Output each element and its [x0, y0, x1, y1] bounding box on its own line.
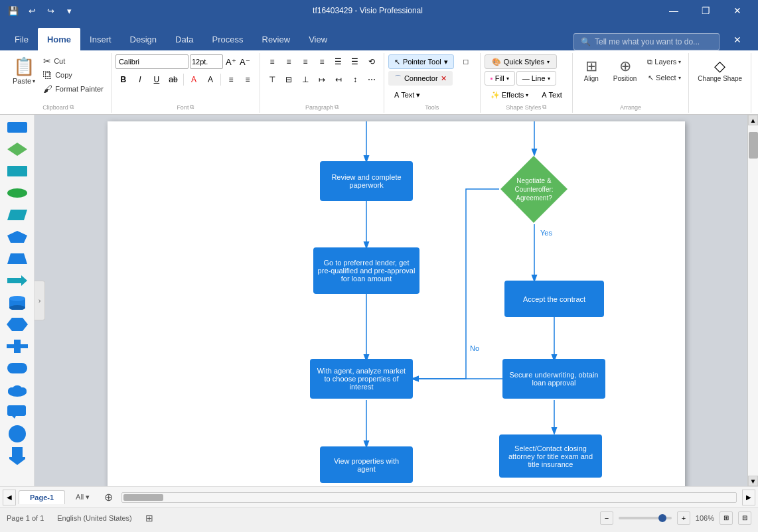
fit-width-button[interactable]: ⊟ — [738, 511, 751, 525]
close-button[interactable]: ✕ — [722, 0, 753, 21]
tab-home[interactable]: Home — [38, 28, 80, 50]
font-size-input[interactable] — [190, 54, 223, 69]
zoom-slider[interactable] — [619, 517, 672, 519]
numbering-button[interactable]: ☰ — [347, 54, 363, 69]
align-right-button[interactable]: ≡ — [297, 54, 313, 69]
clipboard-expand-icon[interactable]: ⧉ — [70, 103, 74, 111]
fill-button[interactable]: ▪ Fill ▾ — [485, 71, 515, 86]
shape-item-rounded-rect[interactable] — [4, 358, 31, 378]
change-shape-button[interactable]: ◇ Change Shape — [693, 54, 747, 86]
tab-insert[interactable]: Insert — [80, 28, 121, 50]
page-tab-1[interactable]: Page-1 — [19, 490, 65, 504]
shape-item-rect[interactable] — [4, 117, 31, 137]
strikethrough-button[interactable]: ab — [165, 72, 181, 87]
node-analyze-market[interactable]: With agent, analyze market to choose pro… — [310, 359, 413, 399]
node-view-properties[interactable]: View properties with agent — [320, 446, 413, 483]
shape-item-arrow-right[interactable] — [4, 271, 31, 291]
shape-item-trapezoid[interactable] — [4, 249, 31, 269]
tab-file[interactable]: File — [5, 28, 38, 50]
panel-expand-button[interactable]: › — [35, 281, 45, 320]
shape-item-cloud[interactable] — [4, 380, 31, 400]
shape-item-rect-teal[interactable] — [4, 161, 31, 181]
node-negotiate[interactable]: Negotiate & Counteroffer: Agreement? — [499, 155, 569, 224]
editing-layers-button[interactable]: ⧉ Layers ▾ — [755, 70, 758, 85]
connector-button[interactable]: ⌒ Connector ✕ — [388, 71, 453, 86]
line-spacing-button[interactable]: ↕ — [347, 72, 363, 87]
tab-review[interactable]: Review — [253, 28, 300, 50]
scroll-down-button[interactable]: ▼ — [748, 476, 758, 486]
minimize-button[interactable]: — — [658, 0, 689, 21]
format-painter-button[interactable]: 🖌 Format Painter — [40, 82, 107, 96]
fit-page-button[interactable]: ⊞ — [720, 511, 733, 525]
bullets-button[interactable]: ☰ — [331, 54, 346, 69]
text-direction-button[interactable]: ⟲ — [364, 54, 380, 69]
shape-item-cross[interactable] — [4, 336, 31, 356]
scroll-up-button[interactable]: ▲ — [748, 115, 758, 125]
bold-button[interactable]: B — [115, 72, 131, 87]
save-button[interactable]: 💾 — [5, 3, 21, 19]
node-preferred-lender[interactable]: Go to preferred lender, get pre-qualifie… — [313, 247, 419, 294]
tab-data[interactable]: Data — [166, 28, 202, 50]
shape-item-callout[interactable] — [4, 402, 31, 422]
font-name-input[interactable] — [115, 54, 189, 69]
increase-indent-button[interactable]: ≡ — [223, 72, 239, 87]
valign-top-button[interactable]: ⊤ — [264, 72, 280, 87]
vertical-scrollbar[interactable]: ▲ ▼ — [747, 115, 758, 486]
ribbon-close-button[interactable]: ✕ — [722, 29, 753, 50]
node-accept-contract[interactable]: Accept the contract — [504, 281, 604, 317]
shape-item-circle[interactable] — [4, 424, 31, 444]
cut-button[interactable]: ✂ Cut — [40, 54, 107, 68]
shape-item-arrow-down[interactable] — [4, 446, 31, 466]
italic-button[interactable]: I — [132, 72, 148, 87]
paste-button[interactable]: 📋 Paste ▾ — [9, 54, 38, 87]
node-secure-underwriting[interactable]: Secure underwriting, obtain loan approva… — [502, 359, 605, 399]
zoom-thumb[interactable] — [658, 514, 666, 522]
shape-item-diamond[interactable] — [4, 139, 31, 159]
align-center-button[interactable]: ≡ — [281, 54, 297, 69]
valign-bot-button[interactable]: ⊥ — [297, 72, 313, 87]
tab-design[interactable]: Design — [121, 28, 166, 50]
page-all-button[interactable]: All ▾ — [68, 490, 98, 504]
font-expand-icon[interactable]: ⧉ — [190, 103, 194, 111]
underline-button[interactable]: U — [149, 72, 165, 87]
align-button[interactable]: ⊞ Align — [577, 54, 606, 86]
decrease-indent-button[interactable]: ≡ — [240, 72, 256, 87]
rectangle-tool-button[interactable]: □ — [456, 54, 476, 69]
customize-qa-button[interactable]: ▾ — [61, 3, 77, 19]
font-shrink-button[interactable]: A⁻ — [238, 54, 252, 69]
page-scroll-left-button[interactable]: ◀ — [3, 490, 16, 505]
node-closing-attorney[interactable]: Select/Contact closing attorney for titl… — [499, 434, 602, 478]
horizontal-scrollbar[interactable] — [121, 492, 737, 503]
scroll-thumb[interactable] — [749, 132, 758, 159]
effects-button[interactable]: ✨ Effects ▾ — [485, 88, 534, 102]
undo-button[interactable]: ↩ — [24, 3, 40, 19]
zoom-in-button[interactable]: + — [677, 511, 690, 525]
select-button[interactable]: ↖ Select ▾ — [644, 70, 684, 85]
shape-item-cylinder[interactable] — [4, 293, 31, 312]
page-scroll-right-button[interactable]: ▶ — [742, 490, 755, 505]
scroll-track[interactable] — [748, 125, 758, 476]
text-more-button[interactable]: ⋯ — [364, 72, 380, 87]
node-review-paperwork[interactable]: Review and complete paperwork — [320, 161, 413, 201]
align-justify-button[interactable]: ≡ — [314, 54, 330, 69]
quick-styles-button[interactable]: 🎨 Quick Styles ▾ — [485, 54, 557, 69]
shape-styles-expand-icon[interactable]: ⧉ — [542, 103, 546, 111]
copy-button[interactable]: ⿻ Copy — [40, 68, 107, 82]
editing-select-button[interactable]: ↖ Select ▾ — [755, 86, 758, 101]
maximize-button[interactable]: ❐ — [690, 0, 721, 21]
line-button[interactable]: — Line ▾ — [516, 71, 556, 86]
ltr-button[interactable]: ↦ — [314, 72, 330, 87]
align-left-button[interactable]: ≡ — [264, 54, 280, 69]
shape-item-pentagon[interactable] — [4, 227, 31, 247]
shape-item-oval[interactable] — [4, 183, 31, 203]
shape-item-parallelogram[interactable] — [4, 205, 31, 225]
tab-view[interactable]: View — [299, 28, 337, 50]
position-button[interactable]: ⊕ Position — [609, 54, 642, 86]
shape-item-hexagon[interactable] — [4, 314, 31, 334]
paragraph-expand-icon[interactable]: ⧉ — [335, 103, 339, 111]
valign-mid-button[interactable]: ⊟ — [281, 72, 297, 87]
layers-button[interactable]: ⧉ Layers ▾ — [644, 54, 684, 69]
h-scroll-thumb[interactable] — [123, 494, 163, 501]
rtl-button[interactable]: ↤ — [331, 72, 346, 87]
font-color-button[interactable]: A — [186, 72, 202, 87]
